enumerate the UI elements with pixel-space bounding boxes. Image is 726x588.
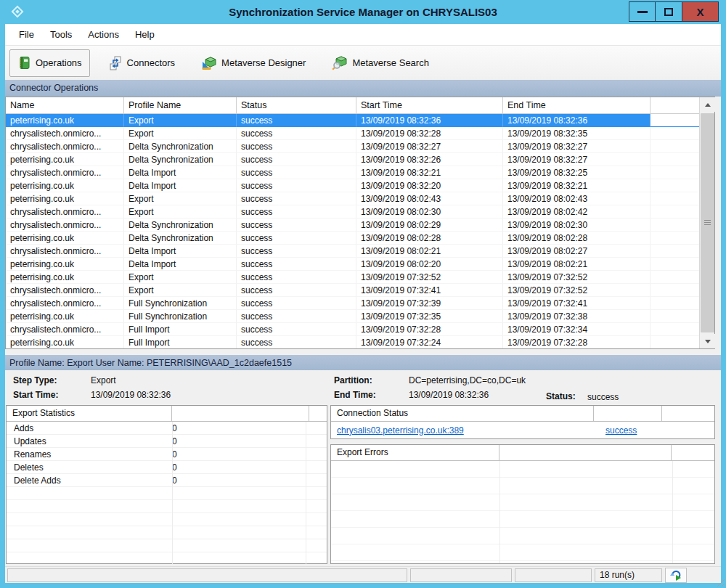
minimize-button[interactable] xyxy=(629,1,656,22)
table-row[interactable]: chrysalistech.onmicro... Delta Synchroni… xyxy=(6,140,699,153)
metaverse-search-button[interactable]: Metaverse Search xyxy=(324,49,437,77)
table-row[interactable]: chrysalistech.onmicro... Export success … xyxy=(6,205,699,219)
cell-status: success xyxy=(237,323,356,336)
scroll-down-button[interactable] xyxy=(700,334,715,348)
cell-blank xyxy=(650,166,699,179)
cell-end-time: 13/09/2019 08:02:30 xyxy=(503,219,650,232)
statistic-value: 0 xyxy=(172,474,177,487)
cell-status: success xyxy=(237,179,356,192)
close-button[interactable]: X xyxy=(682,1,719,22)
table-row[interactable]: chrysalistech.onmicro... Delta Import su… xyxy=(6,245,699,258)
column-header-end-time[interactable]: End Time xyxy=(503,97,650,113)
cell-start-time: 13/09/2019 07:32:39 xyxy=(356,297,503,310)
statistic-row: Updates 0 xyxy=(7,435,327,448)
cell-end-time: 13/09/2019 08:02:28 xyxy=(503,232,650,245)
connection-status-link[interactable]: success xyxy=(605,425,637,436)
cell-start-time: 13/09/2019 08:02:20 xyxy=(356,258,503,271)
table-row[interactable]: peterrising.co.uk Delta Synchronization … xyxy=(6,153,699,166)
cell-end-time: 13/09/2019 08:02:21 xyxy=(503,258,650,271)
cell-name: peterrising.co.uk xyxy=(6,114,124,127)
scroll-up-button[interactable] xyxy=(700,97,715,112)
cell-status: success xyxy=(237,219,356,232)
cell-end-time: 13/09/2019 08:32:36 xyxy=(503,114,650,127)
cell-status: success xyxy=(237,192,356,205)
cell-end-time: 13/09/2019 08:32:21 xyxy=(503,179,650,192)
status-panel-1 xyxy=(7,568,407,582)
column-header-status[interactable]: Status xyxy=(237,97,356,113)
cell-profile-name: Delta Synchronization xyxy=(124,153,237,166)
cell-name: chrysalistech.onmicro... xyxy=(6,284,124,297)
statistic-label: Deletes xyxy=(7,461,172,474)
column-header-name[interactable]: Name xyxy=(6,97,124,113)
table-row[interactable]: peterrising.co.uk Delta Import success 1… xyxy=(6,258,699,271)
divider xyxy=(672,461,673,563)
cell-end-time: 13/09/2019 08:02:27 xyxy=(503,245,650,258)
maximize-button[interactable] xyxy=(656,1,682,22)
export-errors-list xyxy=(331,461,714,563)
connection-endpoint-link[interactable]: chrysalis03.peterrising.co.uk:389 xyxy=(337,425,464,436)
run-history-button[interactable] xyxy=(665,568,687,583)
vertical-scrollbar[interactable] xyxy=(699,97,714,348)
table-row[interactable]: chrysalistech.onmicro... Delta Synchroni… xyxy=(6,219,699,232)
status-panel-2 xyxy=(410,568,512,582)
operations-label: Operations xyxy=(36,57,82,68)
menu-file[interactable]: File xyxy=(11,24,42,46)
operations-button[interactable]: Operations xyxy=(9,49,90,77)
statistic-row: Delete Adds 0 xyxy=(7,474,327,487)
export-statistics-panel: Export Statistics Adds 0 Updates 0 Renam… xyxy=(6,405,327,564)
table-row[interactable]: peterrising.co.uk Full Import success 13… xyxy=(6,336,699,348)
table-row[interactable]: chrysalistech.onmicro... Full Import suc… xyxy=(6,323,699,336)
divider xyxy=(172,422,173,564)
cell-status: success xyxy=(237,297,356,310)
cell-name: peterrising.co.uk xyxy=(6,310,124,323)
table-row[interactable]: peterrising.co.uk Export success 13/09/2… xyxy=(6,192,699,205)
cell-name: chrysalistech.onmicro... xyxy=(6,127,124,140)
title-bar: Synchronization Service Manager on CHRYS… xyxy=(0,0,726,24)
cell-status: success xyxy=(237,205,356,219)
table-row[interactable]: chrysalistech.onmicro... Full Synchroniz… xyxy=(6,297,699,310)
cell-start-time: 13/09/2019 08:02:43 xyxy=(356,192,503,205)
scrollbar-thumb[interactable] xyxy=(701,113,714,332)
cell-status: success xyxy=(237,114,356,127)
cell-start-time: 13/09/2019 07:32:35 xyxy=(356,310,503,323)
cell-start-time: 13/09/2019 07:32:24 xyxy=(356,336,503,348)
metaverse-designer-label: Metaverse Designer xyxy=(221,57,306,68)
profile-detail-header: Profile Name: Export User Name: PETERRIS… xyxy=(5,355,721,372)
menu-actions[interactable]: Actions xyxy=(80,24,127,46)
column-header-start-time[interactable]: Start Time xyxy=(356,97,503,113)
cell-status: success xyxy=(237,258,356,271)
table-row[interactable]: peterrising.co.uk Delta Synchronization … xyxy=(6,232,699,245)
metaverse-designer-icon xyxy=(201,56,217,70)
client-area: File Tools Actions Help Operations xyxy=(5,24,721,583)
metaverse-search-icon xyxy=(332,56,348,70)
table-row[interactable]: chrysalistech.onmicro... Delta Import su… xyxy=(6,166,699,179)
status-label: Status: xyxy=(546,391,576,401)
export-errors-panel: Export Errors xyxy=(330,444,715,564)
column-header-profile-name[interactable]: Profile Name xyxy=(124,97,237,113)
table-row[interactable]: chrysalistech.onmicro... Export success … xyxy=(6,284,699,297)
connectors-button[interactable]: Connectors xyxy=(100,49,183,77)
table-row[interactable]: chrysalistech.onmicro... Export success … xyxy=(6,127,699,140)
cell-profile-name: Export xyxy=(124,192,237,205)
cell-profile-name: Delta Synchronization xyxy=(124,140,237,153)
menu-help[interactable]: Help xyxy=(127,24,163,46)
cell-end-time: 13/09/2019 08:32:27 xyxy=(503,140,650,153)
cell-profile-name: Export xyxy=(124,205,237,219)
table-row[interactable]: peterrising.co.uk Export success 13/09/2… xyxy=(6,271,699,284)
metaverse-designer-button[interactable]: Metaverse Designer xyxy=(193,49,314,77)
table-row[interactable]: peterrising.co.uk Export success 13/09/2… xyxy=(6,114,699,127)
statistic-label: Adds xyxy=(7,422,172,435)
table-row[interactable]: peterrising.co.uk Delta Import success 1… xyxy=(6,179,699,192)
start-time-label: Start Time: xyxy=(13,390,58,400)
cell-name: chrysalistech.onmicro... xyxy=(6,297,124,310)
connection-status-panel: Connection Status chrysalis03.peterrisin… xyxy=(330,405,715,439)
app-window: Synchronization Service Manager on CHRYS… xyxy=(0,0,726,588)
cell-profile-name: Delta Synchronization xyxy=(124,219,237,232)
chevron-down-icon xyxy=(705,340,711,343)
connector-operations-header: Connector Operations xyxy=(5,80,721,97)
menu-tools[interactable]: Tools xyxy=(42,24,80,46)
cell-status: success xyxy=(237,232,356,245)
statistic-value: 0 xyxy=(172,461,177,474)
table-row[interactable]: peterrising.co.uk Full Synchronization s… xyxy=(6,310,699,323)
export-statistics-list: Adds 0 Updates 0 Renames 0 Deletes 0 Del… xyxy=(7,422,327,564)
